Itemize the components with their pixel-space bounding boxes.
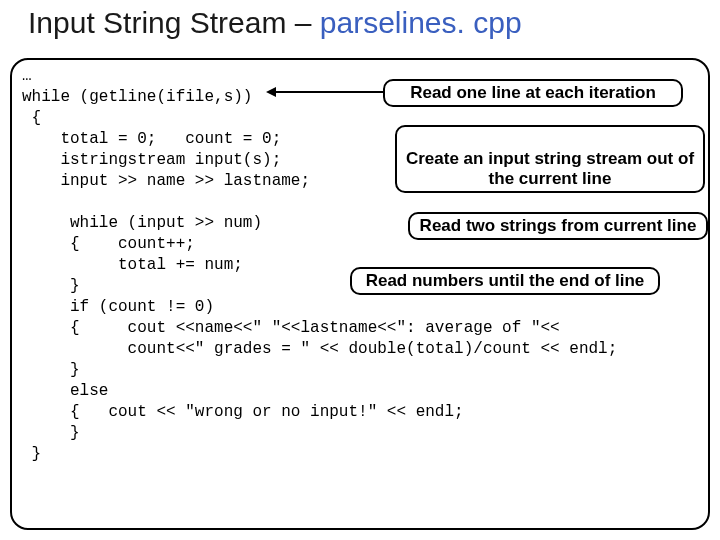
callout-two-strings: Read two strings from current line [408, 212, 708, 240]
slide: Input String Stream – parselines. cpp … … [0, 0, 720, 540]
callout-create-stream: Create an input string stream out of the… [395, 125, 705, 193]
callout-iteration: Read one line at each iteration [383, 79, 683, 107]
title-plain: Input String Stream – [28, 6, 320, 39]
callout-read-numbers: Read numbers until the end of line [350, 267, 660, 295]
arrow-line [275, 91, 383, 93]
title-emph: parselines. cpp [320, 6, 522, 39]
page-title: Input String Stream – parselines. cpp [28, 6, 522, 40]
callout-text: Read numbers until the end of line [366, 271, 645, 290]
callout-text: Create an input string stream out of the… [406, 149, 694, 188]
callout-text: Read one line at each iteration [410, 83, 656, 102]
arrow-head-icon [266, 87, 276, 97]
callout-text: Read two strings from current line [420, 216, 697, 235]
